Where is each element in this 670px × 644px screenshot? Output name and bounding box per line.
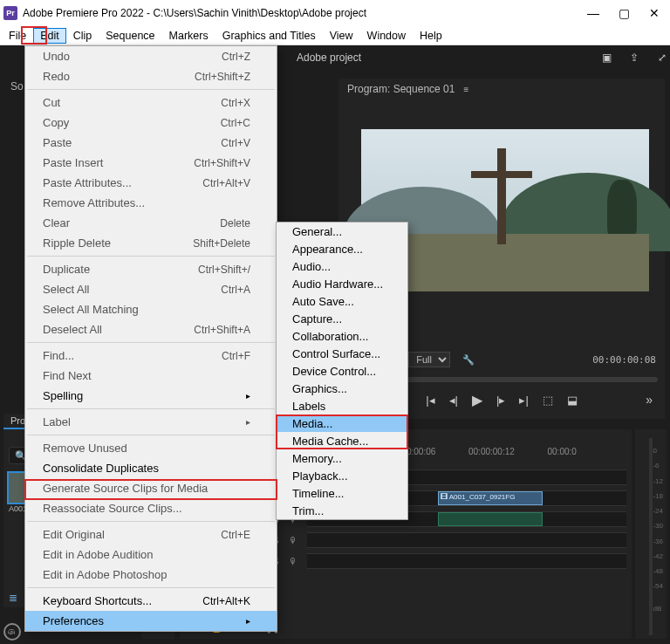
- settings-wrench-icon[interactable]: 🔧: [462, 354, 475, 366]
- meter-tick: -48: [653, 567, 663, 575]
- edit-menu-item[interactable]: Ripple DeleteShift+Delete: [25, 233, 277, 253]
- edit-menu-item[interactable]: Edit in Adobe Photoshop: [25, 565, 277, 585]
- list-view-icon[interactable]: ≣: [9, 592, 17, 604]
- meter-tick: 0: [653, 447, 663, 455]
- close-button[interactable]: ✕: [649, 6, 660, 20]
- project-name: Adobe project: [297, 51, 361, 64]
- pref-menu-item[interactable]: Control Surface...: [277, 345, 407, 362]
- pref-menu-item[interactable]: Graphics...: [277, 380, 407, 397]
- ruler-tick: 00:00:0: [548, 447, 627, 461]
- menu-help[interactable]: Help: [413, 28, 449, 44]
- annotation-preferences-highlight: [24, 479, 277, 500]
- meter-tick: -54: [653, 582, 663, 590]
- edit-menu-item[interactable]: Spelling▸: [25, 386, 277, 406]
- timeline-clip-audio[interactable]: [438, 512, 543, 526]
- pref-menu-item[interactable]: Labels: [277, 397, 407, 414]
- timeline-clip-video[interactable]: 🎞 A001_C037_0921FG: [438, 491, 543, 505]
- window-titlebar: Pr Adobe Premiere Pro 2022 - C:\Users\Sa…: [0, 0, 670, 26]
- edit-menu-item[interactable]: CopyCtrl+C: [25, 113, 277, 133]
- creative-cloud-icon[interactable]: ෧: [3, 623, 21, 641]
- edit-menu-item[interactable]: Remove Attributes...: [25, 193, 277, 213]
- extract-icon[interactable]: ⬓: [567, 394, 578, 407]
- play-icon[interactable]: ▶: [472, 392, 482, 408]
- go-to-out-icon[interactable]: ▸|: [519, 394, 528, 407]
- meter-tick: -6: [653, 462, 663, 469]
- new-item-icon[interactable]: ▣: [598, 50, 614, 65]
- meter-tick: -30: [653, 522, 663, 530]
- edit-menu-item[interactable]: Keyboard Shortcuts...Ctrl+Alt+K: [25, 591, 277, 611]
- app-icon: Pr: [3, 6, 17, 20]
- track-a2-lane[interactable]: [307, 532, 626, 548]
- edit-menu-item[interactable]: DuplicateCtrl+Shift+/: [25, 259, 277, 279]
- pref-menu-item[interactable]: Device Control...: [277, 362, 407, 380]
- meter-tick: -36: [653, 538, 663, 545]
- edit-menu-item[interactable]: Deselect AllCtrl+Shift+A: [25, 319, 277, 339]
- meter-tick: -12: [653, 477, 663, 485]
- edit-menu-item[interactable]: CutCtrl+X: [25, 92, 277, 113]
- pref-menu-item[interactable]: Memory...: [277, 449, 407, 467]
- meter-tick: dB: [653, 605, 663, 613]
- maximize-button[interactable]: ▢: [619, 6, 630, 20]
- menu-sequence[interactable]: Sequence: [99, 28, 161, 44]
- lift-icon[interactable]: ⬚: [543, 394, 553, 407]
- edit-menu-item[interactable]: PasteCtrl+V: [25, 133, 277, 153]
- pref-menu-item[interactable]: Audio Hardware...: [277, 275, 407, 292]
- annotation-media-cache-highlight: [276, 414, 408, 449]
- pref-menu-item[interactable]: Playback...: [277, 467, 407, 484]
- program-timecode-right: 00:00:00:08: [592, 354, 656, 366]
- ruler-tick: 00:00:00:12: [468, 447, 548, 461]
- menubar: File Edit Clip Sequence Markers Graphics…: [0, 26, 670, 45]
- menu-clip[interactable]: Clip: [66, 28, 99, 44]
- annotation-edit-highlight: [21, 26, 47, 45]
- meter-tick: -24: [653, 507, 663, 515]
- track-a3-lane[interactable]: [307, 553, 626, 569]
- meter-tick: -18: [653, 492, 663, 500]
- step-fwd-icon[interactable]: |▸: [496, 394, 505, 407]
- resolution-select[interactable]: Full: [408, 352, 450, 367]
- edit-menu: UndoCtrl+ZRedoCtrl+Shift+ZCutCtrl+XCopyC…: [24, 45, 277, 632]
- preferences-submenu: General...Appearance...Audio...Audio Har…: [276, 222, 408, 520]
- menu-markers[interactable]: Markers: [162, 28, 215, 44]
- pref-menu-item[interactable]: Trim...: [277, 502, 407, 519]
- menu-graphics[interactable]: Graphics and Titles: [215, 28, 323, 44]
- edit-menu-item[interactable]: Select All Matching: [25, 299, 277, 319]
- source-panel-label: So: [10, 80, 24, 92]
- audio-meter: 0-6-12-18-24-30-36-42-48-54dB: [635, 429, 667, 639]
- edit-menu-item[interactable]: Consolidate Duplicates: [25, 458, 277, 478]
- minimize-button[interactable]: —: [587, 6, 599, 20]
- edit-menu-item[interactable]: Preferences▸: [25, 611, 277, 631]
- pref-menu-item[interactable]: Timeline...: [277, 484, 407, 502]
- edit-menu-item[interactable]: ClearDelete: [25, 213, 277, 233]
- panel-menu-icon[interactable]: ≡: [463, 85, 470, 94]
- edit-menu-item[interactable]: Reassociate Source Clips...: [25, 498, 277, 518]
- window-title: Adobe Premiere Pro 2022 - C:\Users\Sachi…: [23, 7, 587, 19]
- edit-menu-item[interactable]: Label▸: [25, 412, 277, 432]
- edit-menu-item[interactable]: Find Next: [25, 366, 277, 386]
- edit-menu-item[interactable]: Edit OriginalCtrl+E: [25, 524, 277, 545]
- pref-menu-item[interactable]: Appearance...: [277, 240, 407, 257]
- program-panel-title: Program: Sequence 01: [347, 83, 455, 95]
- export-icon[interactable]: ⇪: [626, 50, 642, 65]
- pref-menu-item[interactable]: Capture...: [277, 310, 407, 327]
- go-to-in-icon[interactable]: |◂: [426, 394, 434, 407]
- edit-menu-item[interactable]: Edit in Adobe Audition: [25, 545, 277, 565]
- edit-menu-item[interactable]: RedoCtrl+Shift+Z: [25, 66, 277, 86]
- edit-menu-item[interactable]: Select AllCtrl+A: [25, 279, 277, 299]
- meter-tick: -42: [653, 552, 663, 560]
- edit-menu-item[interactable]: Paste Attributes...Ctrl+Alt+V: [25, 173, 277, 193]
- edit-menu-item[interactable]: Paste InsertCtrl+Shift+V: [25, 153, 277, 173]
- edit-menu-item[interactable]: Find...Ctrl+F: [25, 346, 277, 366]
- edit-menu-item[interactable]: Remove Unused: [25, 438, 277, 458]
- fullscreen-icon[interactable]: ⤢: [654, 50, 670, 65]
- menu-view[interactable]: View: [323, 28, 360, 44]
- transport-more-icon[interactable]: »: [646, 393, 654, 407]
- pref-menu-item[interactable]: General...: [277, 223, 407, 240]
- edit-menu-item[interactable]: UndoCtrl+Z: [25, 46, 277, 66]
- pref-menu-item[interactable]: Audio...: [277, 257, 407, 275]
- pref-menu-item[interactable]: Auto Save...: [277, 292, 407, 310]
- step-back-icon[interactable]: ◂|: [449, 394, 458, 407]
- pref-menu-item[interactable]: Collaboration...: [277, 327, 407, 345]
- menu-window[interactable]: Window: [360, 28, 413, 44]
